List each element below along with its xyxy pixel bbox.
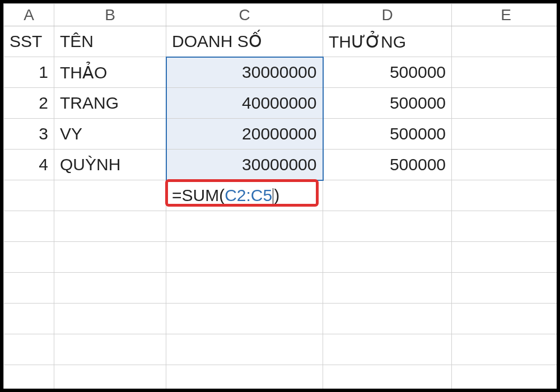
table-row: =SUM(C2:C5) (4, 180, 561, 211)
cell-E11[interactable] (452, 334, 561, 365)
cell-E9[interactable] (452, 273, 561, 304)
cell-C12[interactable] (166, 365, 323, 393)
table-row (4, 365, 561, 393)
cell-D10[interactable] (323, 304, 452, 334)
column-header-row: A B C D E (4, 4, 561, 26)
cell-A4[interactable]: 3 (4, 119, 54, 150)
cell-D7[interactable] (323, 211, 452, 242)
cell-D8[interactable] (323, 242, 452, 273)
cell-E8[interactable] (452, 242, 561, 273)
col-header-C[interactable]: C (166, 4, 323, 26)
table-row (4, 334, 561, 365)
cell-A2[interactable]: 1 (4, 57, 54, 88)
cell-C5[interactable]: 30000000 (166, 150, 323, 180)
cell-E2[interactable] (452, 57, 561, 88)
cell-C1[interactable]: DOANH SỐ (166, 26, 323, 57)
cell-B7[interactable] (54, 211, 166, 242)
cell-D2[interactable]: 500000 (323, 57, 452, 88)
spreadsheet-grid[interactable]: A B C D E SST TÊN DOANH SỐ THƯỞNG 1 THẢO… (3, 3, 560, 392)
col-header-B[interactable]: B (54, 4, 166, 26)
cell-C11[interactable] (166, 334, 323, 365)
cell-A12[interactable] (4, 365, 54, 393)
cell-B2[interactable]: THẢO (54, 57, 166, 88)
cell-E6[interactable] (452, 180, 561, 211)
cell-C6-formula[interactable]: =SUM(C2:C5) (166, 180, 323, 211)
table-row: 3 VY 20000000 500000 (4, 119, 561, 150)
table-row (4, 273, 561, 304)
cell-D6[interactable] (323, 180, 452, 211)
cell-A6[interactable] (4, 180, 54, 211)
cell-C7[interactable] (166, 211, 323, 242)
cell-A10[interactable] (4, 304, 54, 334)
cell-B8[interactable] (54, 242, 166, 273)
spreadsheet-frame: A B C D E SST TÊN DOANH SỐ THƯỞNG 1 THẢO… (0, 0, 560, 392)
cell-D11[interactable] (323, 334, 452, 365)
table-row: SST TÊN DOANH SỐ THƯỞNG (4, 26, 561, 57)
col-header-A[interactable]: A (4, 4, 54, 26)
cell-C9[interactable] (166, 273, 323, 304)
cell-D12[interactable] (323, 365, 452, 393)
cell-D1[interactable]: THƯỞNG (323, 26, 452, 57)
cell-D9[interactable] (323, 273, 452, 304)
cell-A8[interactable] (4, 242, 54, 273)
formula-suffix: ) (274, 186, 279, 204)
cell-B3[interactable]: TRANG (54, 88, 166, 119)
cell-E4[interactable] (452, 119, 561, 150)
cell-E7[interactable] (452, 211, 561, 242)
cell-B9[interactable] (54, 273, 166, 304)
cell-B10[interactable] (54, 304, 166, 334)
cell-D4[interactable]: 500000 (323, 119, 452, 150)
cell-D3[interactable]: 500000 (323, 88, 452, 119)
cell-E12[interactable] (452, 365, 561, 393)
table-row: 4 QUỲNH 30000000 500000 (4, 150, 561, 180)
cell-E5[interactable] (452, 150, 561, 180)
cell-C4[interactable]: 20000000 (166, 119, 323, 150)
cell-B11[interactable] (54, 334, 166, 365)
cell-E3[interactable] (452, 88, 561, 119)
table-row (4, 211, 561, 242)
cell-A3[interactable]: 2 (4, 88, 54, 119)
cell-A9[interactable] (4, 273, 54, 304)
cell-A5[interactable]: 4 (4, 150, 54, 180)
col-header-E[interactable]: E (452, 4, 561, 26)
cell-C3[interactable]: 40000000 (166, 88, 323, 119)
cell-C10[interactable] (166, 304, 323, 334)
cell-D5[interactable]: 500000 (323, 150, 452, 180)
cell-B4[interactable]: VY (54, 119, 166, 150)
formula-prefix: =SUM( (172, 186, 225, 204)
cell-B5[interactable]: QUỲNH (54, 150, 166, 180)
col-header-D[interactable]: D (323, 4, 452, 26)
table-row (4, 304, 561, 334)
table-row: 2 TRANG 40000000 500000 (4, 88, 561, 119)
cell-E1[interactable] (452, 26, 561, 57)
cell-B12[interactable] (54, 365, 166, 393)
cell-A1[interactable]: SST (4, 26, 54, 57)
formula-range: C2:C5 (225, 186, 272, 204)
cell-A7[interactable] (4, 211, 54, 242)
cell-B6[interactable] (54, 180, 166, 211)
cell-E10[interactable] (452, 304, 561, 334)
cell-C2[interactable]: 30000000 (166, 57, 323, 88)
cell-B1[interactable]: TÊN (54, 26, 166, 57)
cell-C8[interactable] (166, 242, 323, 273)
cell-A11[interactable] (4, 334, 54, 365)
table-row (4, 242, 561, 273)
table-row: 1 THẢO 30000000 500000 (4, 57, 561, 88)
